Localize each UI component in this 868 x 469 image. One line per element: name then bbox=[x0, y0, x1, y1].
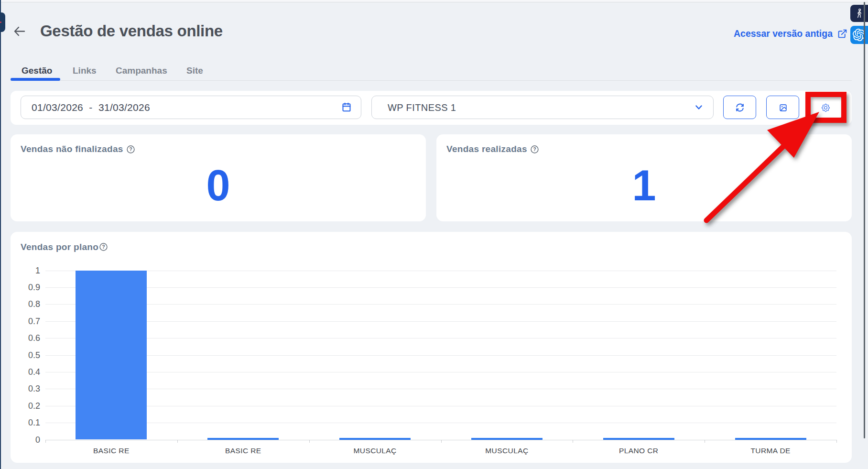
svg-text:?: ? bbox=[102, 244, 105, 250]
svg-text:?: ? bbox=[533, 147, 536, 152]
svg-text:?: ? bbox=[129, 147, 132, 152]
